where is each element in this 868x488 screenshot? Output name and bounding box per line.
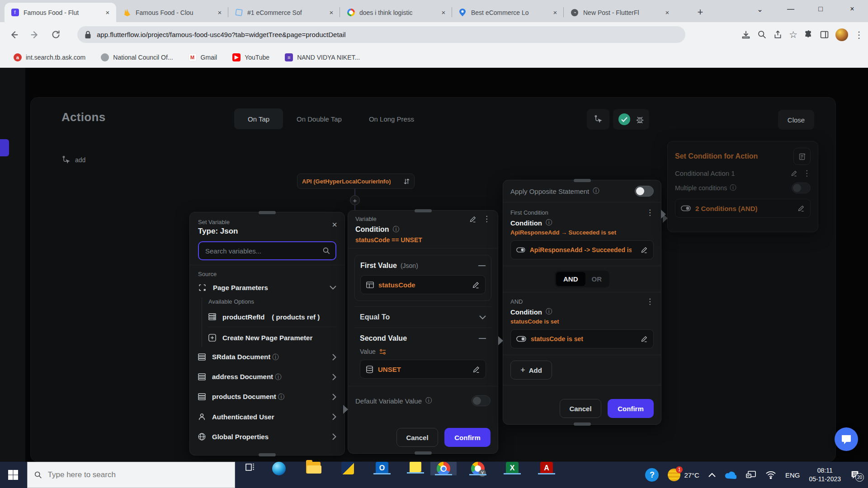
tab-google-search[interactable]: does i think logistic × bbox=[340, 3, 452, 22]
tab-close-icon[interactable]: × bbox=[327, 9, 335, 17]
cancel-button[interactable]: Cancel bbox=[560, 399, 601, 418]
action-flow-button[interactable] bbox=[587, 109, 609, 130]
reload-icon[interactable] bbox=[48, 27, 63, 42]
edit-icon[interactable] bbox=[791, 170, 797, 177]
or-segment[interactable]: OR bbox=[585, 272, 609, 286]
search-variables-input[interactable] bbox=[198, 241, 336, 260]
wifi-icon[interactable] bbox=[765, 471, 776, 479]
edit-icon[interactable] bbox=[797, 205, 805, 212]
tab-on-tap[interactable]: On Tap bbox=[234, 108, 283, 129]
opposite-statement-toggle[interactable] bbox=[635, 186, 654, 197]
outlook-button[interactable]: O bbox=[369, 462, 395, 474]
taskbar-search[interactable] bbox=[27, 462, 235, 488]
browser-menu-icon[interactable]: ⋮ bbox=[854, 29, 863, 40]
tab-search-chevron-icon[interactable]: ⌄ bbox=[750, 0, 770, 18]
multiple-conditions-toggle[interactable] bbox=[792, 183, 811, 193]
bookmark-national-council[interactable]: National Council Of... bbox=[101, 53, 173, 61]
source-address-document[interactable]: address Document ⓘ bbox=[198, 367, 336, 387]
second-value-field[interactable]: UNSET bbox=[360, 360, 486, 379]
extensions-icon[interactable] bbox=[804, 30, 813, 39]
display-plug-icon[interactable] bbox=[745, 470, 756, 479]
tab-on-double-tap[interactable]: On Double Tap bbox=[283, 108, 355, 129]
menu-kebab-icon[interactable]: ⋮ bbox=[646, 208, 654, 217]
zoom-icon[interactable] bbox=[757, 30, 767, 39]
bookmark-nand-vidya[interactable]: ≡ NAND VIDYA NIKET... bbox=[285, 53, 360, 61]
first-condition-field[interactable]: ApiResponseAdd -> Succeeded is set bbox=[510, 240, 654, 259]
confirm-button[interactable]: Confirm bbox=[444, 428, 491, 447]
add-action-button[interactable]: add bbox=[61, 155, 85, 164]
help-tray-icon[interactable]: ? bbox=[645, 468, 659, 482]
bookmark-youtube[interactable]: ▶ YouTube bbox=[232, 53, 269, 61]
file-explorer-button[interactable] bbox=[300, 462, 326, 474]
cancel-button[interactable]: Cancel bbox=[396, 428, 438, 447]
new-tab-button[interactable]: + bbox=[693, 5, 707, 19]
source-products-document[interactable]: products Document ⓘ bbox=[198, 387, 336, 407]
page-parameters-row[interactable]: Page Parameters bbox=[198, 277, 336, 297]
language-indicator[interactable]: ENG bbox=[785, 471, 800, 479]
tab-famous-food-flutterflow[interactable]: f Famous Food - Flut × bbox=[5, 3, 116, 22]
insert-action-plus-button[interactable]: + bbox=[350, 195, 360, 205]
drag-handle[interactable] bbox=[259, 211, 276, 214]
side-panel-icon[interactable] bbox=[820, 30, 829, 39]
drag-handle[interactable] bbox=[259, 453, 276, 456]
settings-sliders-icon[interactable] bbox=[379, 349, 386, 355]
close-icon[interactable]: × bbox=[332, 220, 337, 230]
edit-icon[interactable] bbox=[641, 246, 648, 253]
edit-icon[interactable] bbox=[469, 216, 476, 223]
tab-best-ecommerce[interactable]: Best eCommerce Lo × bbox=[452, 3, 564, 22]
drag-handle[interactable] bbox=[574, 422, 591, 426]
acrobat-button[interactable]: A bbox=[533, 462, 560, 474]
bookmark-star-icon[interactable]: ☆ bbox=[789, 29, 797, 40]
tab-ecommerce-software[interactable]: #1 eCommerce Sof × bbox=[228, 3, 340, 22]
source-authenticated-user[interactable]: Authenticated User bbox=[198, 407, 336, 427]
sidebar-active-item[interactable] bbox=[0, 139, 9, 156]
first-value-field[interactable]: statusCode bbox=[360, 275, 486, 294]
create-new-page-parameter-row[interactable]: Create New Page Parameter bbox=[208, 328, 336, 347]
onedrive-icon[interactable] bbox=[725, 471, 736, 479]
run-check-button[interactable] bbox=[613, 109, 649, 130]
confirm-button[interactable]: Confirm bbox=[608, 399, 654, 418]
tab-new-post[interactable]: ◔ New Post - FlutterFl × bbox=[564, 3, 676, 22]
start-button[interactable] bbox=[0, 462, 26, 488]
menu-kebab-icon[interactable]: ⋮ bbox=[803, 169, 811, 178]
chrome-profile2-button[interactable]: Y bbox=[465, 462, 491, 475]
taskbar-clock[interactable]: 08:11 05-11-2023 bbox=[809, 466, 841, 483]
notification-center-button[interactable]: 20 bbox=[850, 470, 860, 480]
source-global-properties[interactable]: Global Properties bbox=[198, 427, 336, 446]
download-icon[interactable] bbox=[741, 30, 751, 40]
profile-avatar[interactable] bbox=[835, 28, 848, 41]
menu-kebab-icon[interactable]: ⋮ bbox=[483, 214, 491, 224]
back-icon[interactable] bbox=[6, 27, 22, 42]
source-srdata-document[interactable]: SRdata Document ⓘ bbox=[198, 347, 336, 367]
tab-close-icon[interactable]: × bbox=[663, 9, 671, 17]
chrome-active-button[interactable] bbox=[430, 462, 457, 475]
taskbar-search-input[interactable] bbox=[48, 470, 228, 479]
close-button[interactable]: Close bbox=[778, 110, 814, 130]
task-view-button[interactable] bbox=[237, 462, 263, 473]
collapse-icon[interactable]: — bbox=[478, 262, 486, 270]
chat-widget-button[interactable] bbox=[835, 427, 858, 451]
add-condition-button[interactable]: + Add bbox=[510, 361, 552, 380]
second-condition-field[interactable]: statusCode is set bbox=[510, 329, 654, 348]
sticky-notes-button[interactable] bbox=[402, 462, 429, 474]
edit-icon[interactable] bbox=[641, 335, 648, 343]
pinned-app-button[interactable] bbox=[335, 462, 361, 474]
address-bar[interactable]: app.flutterflow.io/project/famous-food-u… bbox=[77, 26, 685, 43]
tab-close-icon[interactable]: × bbox=[551, 9, 559, 17]
window-maximize-button[interactable]: □ bbox=[810, 0, 831, 18]
excel-button[interactable]: X bbox=[499, 462, 525, 474]
edit-icon[interactable] bbox=[472, 366, 480, 373]
conditions-field[interactable]: 2 Conditions (AND) bbox=[675, 199, 811, 218]
edge-button[interactable] bbox=[266, 462, 292, 475]
duplicate-action-button[interactable] bbox=[793, 148, 811, 165]
drag-handle[interactable] bbox=[574, 179, 591, 182]
tab-close-icon[interactable]: × bbox=[216, 9, 224, 17]
bookmark-ask[interactable]: a int.search.tb.ask.com bbox=[14, 53, 85, 61]
tray-expand-chevron-icon[interactable] bbox=[708, 473, 716, 477]
weather-widget[interactable]: 1 27°C bbox=[668, 469, 699, 481]
and-segment[interactable]: AND bbox=[556, 272, 585, 286]
share-icon[interactable] bbox=[773, 30, 783, 39]
tab-famous-food-cloud[interactable]: Famous Food - Clou × bbox=[117, 3, 228, 22]
tab-on-long-press[interactable]: On Long Press bbox=[355, 108, 428, 129]
edit-icon[interactable] bbox=[472, 281, 480, 289]
